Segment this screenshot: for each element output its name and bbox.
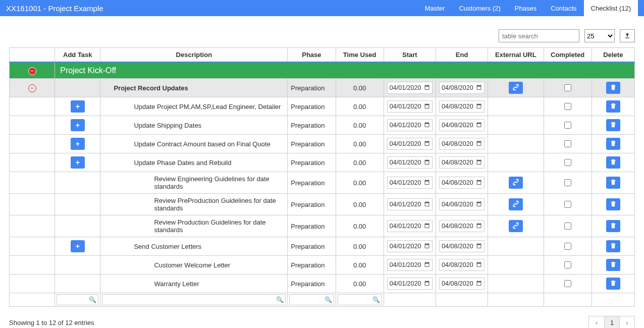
tab-contacts[interactable]: Contacts	[544, 0, 583, 16]
col-time[interactable]: Time Used	[336, 48, 384, 63]
completed-checkbox[interactable]	[564, 223, 571, 230]
end-date-input[interactable]: 04/08/2020	[439, 100, 485, 113]
tab-customers-2-[interactable]: Customers (2)	[452, 0, 507, 16]
completed-checkbox[interactable]	[564, 261, 571, 268]
col-url[interactable]: External URL	[488, 48, 544, 63]
start-date-input[interactable]: 04/01/2020	[387, 220, 433, 232]
cell-description: Update Phase Dates and Rebuild	[100, 153, 288, 172]
tab-phases[interactable]: Phases	[508, 0, 544, 16]
add-task-button[interactable]	[71, 100, 85, 113]
cell-description: Warranty Letter	[100, 275, 288, 293]
pager-page-1[interactable]: 1	[604, 316, 619, 328]
delete-button[interactable]	[606, 156, 620, 169]
end-date-input[interactable]: 04/08/2020	[439, 156, 485, 169]
tab-checklist-12-[interactable]: Checklist (12)	[584, 0, 638, 16]
col-delete[interactable]: Delete	[592, 48, 634, 63]
completed-checkbox[interactable]	[564, 103, 571, 110]
pager-prev[interactable]: ‹	[589, 316, 604, 328]
col-addtask[interactable]: Add Task	[55, 48, 100, 63]
external-url-button[interactable]	[509, 198, 523, 210]
add-task-button[interactable]	[71, 119, 85, 131]
add-task-button[interactable]	[71, 138, 85, 150]
end-date-input[interactable]: 04/08/2020	[439, 138, 485, 150]
delete-button[interactable]	[606, 259, 620, 271]
page-size-select[interactable]: 25	[584, 29, 615, 42]
delete-button[interactable]	[606, 138, 620, 150]
end-date-input[interactable]: 04/08/2020	[439, 259, 485, 271]
cell-phase: Preparation	[288, 275, 336, 293]
start-date-input[interactable]: 04/01/2020	[387, 177, 433, 189]
delete-button[interactable]	[606, 119, 620, 131]
cell-phase: Preparation	[288, 215, 336, 237]
cell-time: 0.00	[336, 237, 384, 256]
completed-checkbox[interactable]	[564, 243, 571, 250]
end-date-input[interactable]: 04/08/2020	[439, 198, 485, 210]
cell-time: 0.00	[336, 116, 384, 135]
calendar-icon	[424, 280, 430, 288]
completed-checkbox[interactable]	[564, 159, 571, 166]
start-date-input[interactable]: 04/01/2020	[387, 240, 433, 252]
pager-next[interactable]: ›	[619, 316, 634, 328]
start-date-input[interactable]: 04/01/2020	[387, 119, 433, 131]
start-date-input[interactable]: 04/01/2020	[387, 156, 433, 169]
col-phase[interactable]: Phase	[288, 48, 336, 63]
completed-checkbox[interactable]	[564, 140, 571, 147]
checklist-table: Add Task Description Phase Time Used Sta…	[9, 47, 635, 307]
col-start[interactable]: Start	[384, 48, 436, 63]
external-url-button[interactable]	[509, 220, 523, 232]
table-row: Update Contract Amount based on Final Qu…	[10, 135, 635, 153]
external-url-button[interactable]	[509, 82, 523, 94]
table-footer: Showing 1 to 12 of 12 entries ‹ 1 ›	[0, 307, 644, 328]
completed-checkbox[interactable]	[564, 201, 571, 208]
end-date-input[interactable]: 04/08/2020	[439, 278, 485, 290]
external-url-button[interactable]	[509, 177, 523, 189]
delete-button[interactable]	[606, 240, 620, 252]
end-date-input[interactable]: 04/08/2020	[439, 220, 485, 232]
completed-checkbox[interactable]	[564, 280, 571, 287]
calendar-icon	[476, 122, 482, 129]
date-value: 04/01/2020	[390, 84, 421, 91]
tab-master[interactable]: Master	[418, 0, 452, 16]
table-toolbar: 25	[0, 16, 644, 47]
calendar-icon	[424, 179, 430, 187]
add-task-button[interactable]	[71, 240, 85, 252]
table-row: Review PreProduction Guidelines for date…	[10, 194, 635, 215]
end-date-input[interactable]: 04/08/2020	[439, 240, 485, 252]
completed-checkbox[interactable]	[564, 179, 571, 186]
search-input[interactable]	[499, 29, 579, 42]
delete-button[interactable]	[606, 82, 620, 94]
col-description[interactable]: Description	[100, 48, 288, 63]
delete-button[interactable]	[606, 198, 620, 210]
table-row: Review Engineering Guidelines for date s…	[10, 172, 635, 194]
cell-time: 0.00	[336, 97, 384, 116]
completed-checkbox[interactable]	[564, 122, 571, 129]
collapse-icon[interactable]: −	[28, 84, 36, 92]
table-row: Send Customer LettersPreparation0.0004/0…	[10, 237, 635, 256]
start-date-input[interactable]: 04/01/2020	[387, 259, 433, 271]
delete-button[interactable]	[606, 220, 620, 232]
collapse-icon[interactable]: −	[28, 67, 36, 75]
trash-icon	[610, 222, 617, 231]
delete-button[interactable]	[606, 177, 620, 189]
calendar-icon	[476, 261, 482, 269]
start-date-input[interactable]: 04/01/2020	[387, 100, 433, 113]
start-date-input[interactable]: 04/01/2020	[387, 278, 433, 290]
trash-icon	[610, 242, 617, 251]
add-task-button[interactable]	[71, 156, 85, 169]
delete-button[interactable]	[606, 100, 620, 113]
end-date-input[interactable]: 04/08/2020	[439, 119, 485, 131]
end-date-input[interactable]: 04/08/2020	[439, 82, 485, 94]
start-date-input[interactable]: 04/01/2020	[387, 198, 433, 210]
col-completed[interactable]: Completed	[544, 48, 592, 63]
col-end[interactable]: End	[436, 48, 488, 63]
filter-desc[interactable]	[102, 294, 286, 305]
completed-checkbox[interactable]	[564, 84, 571, 91]
end-date-input[interactable]: 04/08/2020	[439, 177, 485, 189]
cell-phase: Preparation	[288, 237, 336, 256]
date-value: 04/08/2020	[442, 179, 473, 186]
start-date-input[interactable]: 04/01/2020	[387, 82, 433, 94]
start-date-input[interactable]: 04/01/2020	[387, 138, 433, 150]
delete-button[interactable]	[606, 278, 620, 290]
upload-button[interactable]	[620, 29, 635, 42]
trash-icon	[610, 158, 617, 167]
